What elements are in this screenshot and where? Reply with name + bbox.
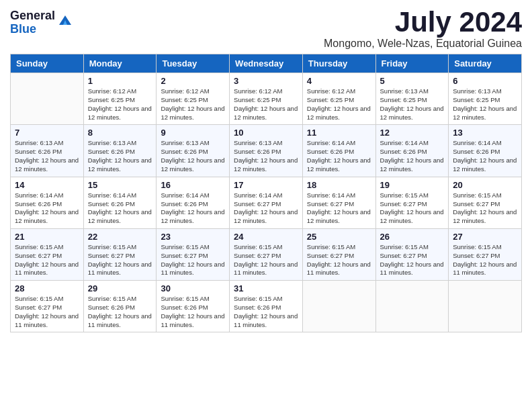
day-number: 8 [88,128,152,138]
day-number: 10 [234,128,298,138]
calendar-cell: 1Sunrise: 6:12 AM Sunset: 6:25 PM Daylig… [83,73,157,125]
day-info: Sunrise: 6:15 AM Sunset: 6:27 PM Dayligh… [15,295,79,329]
day-number: 29 [88,283,152,293]
day-info: Sunrise: 6:12 AM Sunset: 6:25 PM Dayligh… [307,87,371,122]
title-block: July 2024 Mongomo, Wele-Nzas, Equatorial… [324,7,522,50]
calendar-cell: 24Sunrise: 6:15 AM Sunset: 6:27 PM Dayli… [230,228,303,280]
day-number: 31 [234,283,298,293]
calendar-cell: 15Sunrise: 6:14 AM Sunset: 6:26 PM Dayli… [83,177,157,228]
header-friday: Friday [375,54,449,73]
day-info: Sunrise: 6:13 AM Sunset: 6:26 PM Dayligh… [234,139,298,173]
day-number: 9 [161,128,225,138]
day-info: Sunrise: 6:14 AM Sunset: 6:26 PM Dayligh… [380,139,445,173]
calendar-cell: 14Sunrise: 6:14 AM Sunset: 6:26 PM Dayli… [11,177,84,228]
calendar-cell: 31Sunrise: 6:15 AM Sunset: 6:26 PM Dayli… [230,281,303,332]
calendar-table: Sunday Monday Tuesday Wednesday Thursday… [10,54,522,332]
logo-blue: Blue [10,23,55,36]
day-info: Sunrise: 6:13 AM Sunset: 6:25 PM Dayligh… [453,87,517,122]
logo-icon [58,13,73,28]
page-container: General Blue July 2024 Mongomo, Wele-Nza… [0,0,532,342]
header-monday: Monday [83,54,157,73]
day-number: 21 [15,232,79,242]
day-number: 22 [88,232,152,242]
calendar-cell: 27Sunrise: 6:15 AM Sunset: 6:27 PM Dayli… [449,228,522,280]
month-title: July 2024 [324,7,522,38]
calendar-cell: 8Sunrise: 6:13 AM Sunset: 6:26 PM Daylig… [83,125,157,177]
day-info: Sunrise: 6:14 AM Sunset: 6:27 PM Dayligh… [234,191,298,226]
day-number: 17 [234,180,298,190]
day-info: Sunrise: 6:15 AM Sunset: 6:26 PM Dayligh… [161,295,225,329]
header-sunday: Sunday [11,54,84,73]
calendar-cell: 26Sunrise: 6:15 AM Sunset: 6:27 PM Dayli… [375,228,449,280]
day-info: Sunrise: 6:12 AM Sunset: 6:25 PM Dayligh… [161,87,225,122]
day-number: 19 [380,180,445,190]
calendar-cell: 7Sunrise: 6:13 AM Sunset: 6:26 PM Daylig… [11,125,84,177]
calendar-cell: 4Sunrise: 6:12 AM Sunset: 6:25 PM Daylig… [302,73,375,125]
header-thursday: Thursday [302,54,375,73]
calendar-week-3: 14Sunrise: 6:14 AM Sunset: 6:26 PM Dayli… [11,177,522,228]
calendar-cell: 2Sunrise: 6:12 AM Sunset: 6:25 PM Daylig… [157,73,230,125]
day-info: Sunrise: 6:15 AM Sunset: 6:27 PM Dayligh… [88,243,152,277]
day-info: Sunrise: 6:15 AM Sunset: 6:27 PM Dayligh… [307,243,371,277]
header-wednesday: Wednesday [230,54,303,73]
calendar-cell [302,281,375,332]
day-info: Sunrise: 6:15 AM Sunset: 6:26 PM Dayligh… [88,295,152,329]
location-subtitle: Mongomo, Wele-Nzas, Equatorial Guinea [324,38,522,50]
header-tuesday: Tuesday [157,54,230,73]
day-number: 7 [15,128,79,138]
day-number: 30 [161,283,225,293]
day-info: Sunrise: 6:14 AM Sunset: 6:27 PM Dayligh… [307,191,371,226]
day-info: Sunrise: 6:15 AM Sunset: 6:27 PM Dayligh… [380,243,445,277]
calendar-cell: 3Sunrise: 6:12 AM Sunset: 6:25 PM Daylig… [230,73,303,125]
day-number: 28 [15,283,79,293]
calendar-cell: 28Sunrise: 6:15 AM Sunset: 6:27 PM Dayli… [11,281,84,332]
calendar-cell: 18Sunrise: 6:14 AM Sunset: 6:27 PM Dayli… [302,177,375,228]
logo: General Blue [10,9,73,36]
calendar-cell: 12Sunrise: 6:14 AM Sunset: 6:26 PM Dayli… [375,125,449,177]
day-info: Sunrise: 6:15 AM Sunset: 6:27 PM Dayligh… [161,243,225,277]
day-number: 16 [161,180,225,190]
calendar-cell: 17Sunrise: 6:14 AM Sunset: 6:27 PM Dayli… [230,177,303,228]
day-info: Sunrise: 6:14 AM Sunset: 6:26 PM Dayligh… [453,139,517,173]
calendar-cell: 23Sunrise: 6:15 AM Sunset: 6:27 PM Dayli… [157,228,230,280]
day-number: 6 [453,76,517,86]
day-number: 12 [380,128,445,138]
day-info: Sunrise: 6:13 AM Sunset: 6:25 PM Dayligh… [380,87,445,122]
calendar-cell [375,281,449,332]
calendar-cell: 20Sunrise: 6:15 AM Sunset: 6:27 PM Dayli… [449,177,522,228]
calendar-cell: 9Sunrise: 6:13 AM Sunset: 6:26 PM Daylig… [157,125,230,177]
logo-general: General [10,9,55,23]
calendar-cell: 30Sunrise: 6:15 AM Sunset: 6:26 PM Dayli… [157,281,230,332]
day-info: Sunrise: 6:15 AM Sunset: 6:27 PM Dayligh… [234,243,298,277]
day-info: Sunrise: 6:13 AM Sunset: 6:26 PM Dayligh… [15,139,79,173]
calendar-cell: 16Sunrise: 6:14 AM Sunset: 6:26 PM Dayli… [157,177,230,228]
day-number: 23 [161,232,225,242]
day-number: 13 [453,128,517,138]
day-info: Sunrise: 6:15 AM Sunset: 6:27 PM Dayligh… [380,191,445,226]
day-number: 5 [380,76,445,86]
header: General Blue July 2024 Mongomo, Wele-Nza… [10,7,522,50]
header-saturday: Saturday [449,54,522,73]
calendar-week-1: 1Sunrise: 6:12 AM Sunset: 6:25 PM Daylig… [11,73,522,125]
calendar-header-row: Sunday Monday Tuesday Wednesday Thursday… [11,54,522,73]
day-number: 18 [307,180,371,190]
calendar-cell [11,73,84,125]
day-info: Sunrise: 6:12 AM Sunset: 6:25 PM Dayligh… [234,87,298,122]
calendar-cell: 29Sunrise: 6:15 AM Sunset: 6:26 PM Dayli… [83,281,157,332]
calendar-cell: 19Sunrise: 6:15 AM Sunset: 6:27 PM Dayli… [375,177,449,228]
calendar-week-4: 21Sunrise: 6:15 AM Sunset: 6:27 PM Dayli… [11,228,522,280]
calendar-cell: 10Sunrise: 6:13 AM Sunset: 6:26 PM Dayli… [230,125,303,177]
day-info: Sunrise: 6:12 AM Sunset: 6:25 PM Dayligh… [88,87,152,122]
calendar-cell: 13Sunrise: 6:14 AM Sunset: 6:26 PM Dayli… [449,125,522,177]
day-number: 27 [453,232,517,242]
day-info: Sunrise: 6:15 AM Sunset: 6:27 PM Dayligh… [15,243,79,277]
day-number: 20 [453,180,517,190]
day-info: Sunrise: 6:15 AM Sunset: 6:27 PM Dayligh… [453,243,517,277]
day-number: 11 [307,128,371,138]
calendar-cell: 22Sunrise: 6:15 AM Sunset: 6:27 PM Dayli… [83,228,157,280]
day-number: 25 [307,232,371,242]
day-info: Sunrise: 6:13 AM Sunset: 6:26 PM Dayligh… [161,139,225,173]
day-number: 2 [161,76,225,86]
calendar-cell: 5Sunrise: 6:13 AM Sunset: 6:25 PM Daylig… [375,73,449,125]
day-info: Sunrise: 6:15 AM Sunset: 6:26 PM Dayligh… [234,295,298,329]
